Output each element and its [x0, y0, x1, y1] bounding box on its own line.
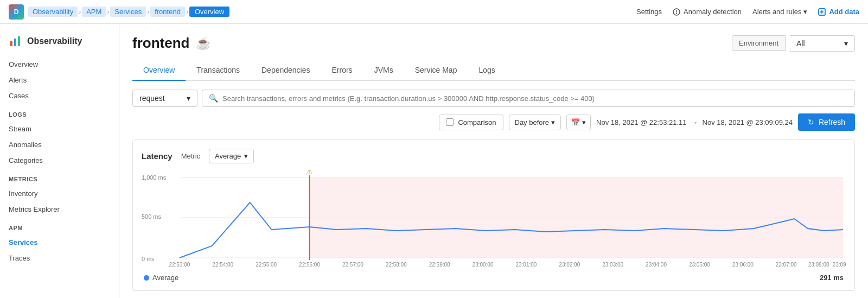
svg-text:22:54:00: 22:54:00: [212, 262, 233, 268]
anomaly-icon: [673, 8, 680, 16]
transaction-type-dropdown[interactable]: request ▾: [132, 90, 197, 107]
add-data-link[interactable]: Add data: [818, 8, 859, 16]
calendar-icon[interactable]: 📅 ▾: [566, 115, 591, 130]
tab-service-map[interactable]: Service Map: [404, 60, 468, 81]
add-data-icon: [818, 8, 826, 16]
sidebar-section-metrics: Metrics: [0, 168, 119, 186]
filter-chevron-icon: ▾: [187, 94, 190, 103]
svg-text:22:55:00: 22:55:00: [256, 262, 277, 268]
env-chevron-icon: ▾: [844, 39, 848, 48]
filter-bar: request ▾ 🔍: [132, 90, 855, 107]
chart-footer: Average 291 ms: [142, 274, 846, 282]
refresh-button[interactable]: ↻ Refresh: [798, 113, 855, 131]
chevron-down-icon: ▾: [803, 8, 807, 16]
sidebar-item-traces[interactable]: Traces: [0, 250, 119, 266]
chart-header: Latency Metric Average ▾: [142, 149, 846, 163]
tab-jvms[interactable]: JVMs: [363, 60, 404, 81]
metric-dropdown[interactable]: Average ▾: [209, 149, 254, 163]
svg-rect-6: [10, 41, 12, 46]
tabs: Overview Transactions Dependencies Error…: [132, 60, 855, 81]
day-before-select[interactable]: Day before ▾: [509, 115, 561, 130]
search-input[interactable]: [222, 94, 848, 103]
sidebar-item-overview[interactable]: Overview: [0, 56, 119, 72]
chart-wrapper: 1,000 ms 500 ms 0 ms ⚠: [142, 170, 846, 269]
tab-overview[interactable]: Overview: [132, 60, 186, 81]
anomaly-detection-link[interactable]: Anomaly detection: [673, 8, 742, 16]
svg-text:22:57:00: 22:57:00: [342, 262, 363, 268]
nav-right: Settings Anomaly detection Alerts and ru…: [636, 8, 859, 16]
chart-section: Latency Metric Average ▾ 1,000 ms 500 ms…: [132, 140, 855, 291]
svg-text:23:05:00: 23:05:00: [689, 262, 710, 268]
sidebar-item-stream[interactable]: Stream: [0, 121, 119, 137]
latency-chart: 1,000 ms 500 ms 0 ms ⚠: [142, 170, 846, 268]
svg-text:22:53:00: 22:53:00: [169, 262, 190, 268]
main-layout: Observability Overview Alerts Cases Logs…: [0, 24, 868, 298]
time-bar: Comparison Day before ▾ 📅 ▾ Nov 18, 2021…: [132, 113, 855, 131]
search-box: 🔍: [202, 90, 855, 107]
observability-icon: [9, 35, 22, 48]
app-icon: D: [9, 4, 24, 20]
tab-errors[interactable]: Errors: [321, 60, 363, 81]
legend-dot: [144, 275, 149, 281]
sidebar-item-inventory[interactable]: Inventory: [0, 186, 119, 201]
settings-link[interactable]: Settings: [636, 8, 662, 16]
breadcrumb-observability[interactable]: Observability: [28, 7, 78, 17]
sidebar-header: Observability: [0, 33, 119, 56]
metric-label: Metric: [181, 152, 200, 160]
svg-text:23:02:00: 23:02:00: [559, 262, 580, 268]
breadcrumb: D Observability › APM › Services › front…: [9, 4, 229, 20]
svg-rect-7: [14, 39, 16, 46]
cal-chevron-icon: ▾: [582, 118, 586, 126]
page-title: frontend: [132, 35, 189, 52]
env-dropdown[interactable]: All ▾: [790, 35, 855, 52]
svg-rect-15: [310, 177, 843, 258]
search-icon: 🔍: [209, 94, 218, 103]
env-label: Environment: [732, 35, 786, 51]
svg-text:23:09:00: 23:09:00: [833, 262, 846, 268]
comparison-box: Comparison: [439, 115, 503, 130]
breadcrumb-frontend[interactable]: frontend: [150, 7, 185, 17]
sidebar-item-services[interactable]: Services: [0, 234, 119, 250]
svg-text:0 ms: 0 ms: [142, 256, 155, 262]
time-range: Nov 18, 2021 @ 22:53:21.11 → Nov 18, 202…: [596, 118, 793, 126]
sidebar-item-cases[interactable]: Cases: [0, 88, 119, 104]
sidebar-item-anomalies[interactable]: Anomalies: [0, 137, 119, 153]
tab-logs[interactable]: Logs: [468, 60, 506, 81]
svg-text:1,000 ms: 1,000 ms: [142, 174, 167, 181]
svg-text:23:06:00: 23:06:00: [732, 262, 754, 268]
sidebar-item-alerts[interactable]: Alerts: [0, 72, 119, 88]
svg-point-2: [676, 13, 677, 14]
svg-rect-8: [18, 36, 20, 46]
sidebar-item-metrics-explorer[interactable]: Metrics Explorer: [0, 201, 119, 217]
svg-text:22:58:00: 22:58:00: [386, 262, 407, 268]
sidebar: Observability Overview Alerts Cases Logs…: [0, 24, 119, 298]
sidebar-item-categories[interactable]: Categories: [0, 153, 119, 168]
comparison-checkbox[interactable]: [446, 118, 454, 126]
sidebar-section-apm: APM: [0, 217, 119, 234]
svg-text:22:59:00: 22:59:00: [429, 262, 450, 268]
alerts-rules-link[interactable]: Alerts and rules ▾: [752, 8, 807, 16]
env-selector: Environment All ▾: [732, 35, 855, 52]
page-title-row: frontend ☕: [132, 35, 210, 52]
tab-transactions[interactable]: Transactions: [186, 60, 251, 81]
legend-average: Average: [144, 274, 178, 282]
page-header: frontend ☕ Environment All ▾: [132, 35, 855, 52]
svg-text:23:01:00: 23:01:00: [515, 262, 537, 268]
svg-text:22:56:00: 22:56:00: [299, 262, 320, 268]
breadcrumb-services[interactable]: Services: [110, 7, 146, 17]
breadcrumb-apm[interactable]: APM: [82, 7, 106, 17]
svg-text:23:07:00: 23:07:00: [776, 262, 797, 268]
svg-text:23:03:00: 23:03:00: [602, 262, 623, 268]
svg-text:23:00:00: 23:00:00: [473, 262, 494, 268]
content-area: frontend ☕ Environment All ▾ Overview Tr…: [119, 24, 868, 298]
chart-title: Latency: [142, 151, 173, 161]
top-nav: D Observability › APM › Services › front…: [0, 0, 868, 24]
svg-text:⚠: ⚠: [306, 170, 313, 176]
day-before-chevron-icon: ▾: [551, 118, 555, 126]
svg-text:500 ms: 500 ms: [142, 213, 162, 220]
breadcrumb-overview[interactable]: Overview: [189, 7, 229, 17]
tab-dependencies[interactable]: Dependencies: [251, 60, 321, 81]
refresh-icon: ↻: [808, 118, 814, 126]
metric-chevron-icon: ▾: [244, 152, 248, 160]
chart-avg-value: 291 ms: [820, 274, 844, 282]
